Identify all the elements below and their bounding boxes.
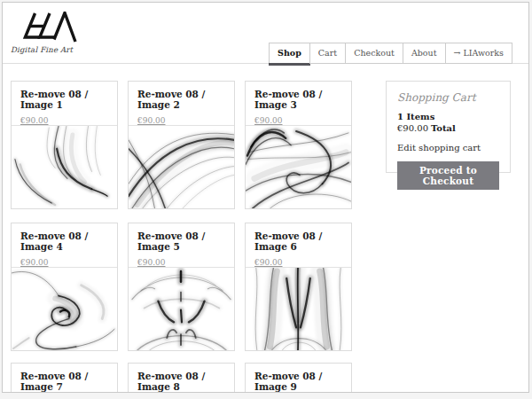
product-title[interactable]: Re-move 08 / Image 7 xyxy=(20,371,112,392)
product-artwork[interactable] xyxy=(12,267,117,350)
product-card: Re-move 08 / Image 3 €90.00 xyxy=(245,81,352,209)
product-card-text: Re-move 08 / Image 3 €90.00 xyxy=(246,82,351,125)
edit-cart-link[interactable]: Edit shopping cart xyxy=(397,143,481,153)
nav-tab-about[interactable]: About xyxy=(403,43,446,64)
product-title[interactable]: Re-move 08 / Image 6 xyxy=(254,231,346,252)
product-title[interactable]: Re-move 08 / Image 3 xyxy=(254,89,346,110)
product-price-link[interactable]: €90.00 xyxy=(254,258,283,267)
product-price-link[interactable]: €90.00 xyxy=(137,116,166,125)
product-card: Re-move 08 / Image 5 €90.00 xyxy=(128,223,235,351)
lia-logo-icon xyxy=(22,12,77,43)
artwork-image xyxy=(246,268,351,350)
product-price-link[interactable]: €90.00 xyxy=(137,258,166,267)
shop-page: Digital Fine Art ShopCartCheckoutAbout→ … xyxy=(2,2,529,393)
product-card-text: Re-move 08 / Image 4 €90.00 xyxy=(12,223,117,267)
artwork-image xyxy=(246,126,351,208)
product-card: Re-move 08 / Image 6 €90.00 xyxy=(245,223,352,351)
product-card: Re-move 08 / Image 8 €90.00 xyxy=(128,363,235,393)
product-card-text: Re-move 08 / Image 8 €90.00 xyxy=(129,364,234,393)
brand-logo[interactable]: Digital Fine Art xyxy=(11,12,77,54)
product-title[interactable]: Re-move 08 / Image 5 xyxy=(137,231,229,252)
product-card-text: Re-move 08 / Image 5 €90.00 xyxy=(129,223,234,267)
product-artwork[interactable] xyxy=(12,125,117,208)
cart-total-price: €90.00 xyxy=(397,123,428,133)
brand-tagline: Digital Fine Art xyxy=(11,45,77,54)
shopping-cart-panel: Shopping Cart 1 Items €90.00Total Edit s… xyxy=(386,81,511,173)
product-artwork[interactable] xyxy=(246,267,351,350)
product-price-link[interactable]: €90.00 xyxy=(20,258,49,267)
main-navigation: ShopCartCheckoutAbout→ LIAworks xyxy=(270,43,512,64)
proceed-to-checkout-button[interactable]: Proceed to Checkout xyxy=(397,161,499,190)
product-card: Re-move 08 / Image 1 €90.00 xyxy=(11,81,118,209)
product-title[interactable]: Re-move 08 / Image 8 xyxy=(137,371,229,392)
artwork-image xyxy=(129,126,234,208)
product-title[interactable]: Re-move 08 / Image 1 xyxy=(20,89,112,110)
product-card-text: Re-move 08 / Image 2 €90.00 xyxy=(129,82,234,125)
product-title[interactable]: Re-move 08 / Image 9 xyxy=(254,371,346,392)
nav-tab-shop[interactable]: Shop xyxy=(269,43,310,64)
cart-total: €90.00Total xyxy=(397,123,499,133)
product-card: Re-move 08 / Image 7 €90.00 xyxy=(11,363,118,393)
cart-items-count: 1 Items xyxy=(397,112,499,121)
nav-tab-cart[interactable]: Cart xyxy=(309,43,346,64)
product-title[interactable]: Re-move 08 / Image 2 xyxy=(137,89,229,110)
nav-tab-checkout[interactable]: Checkout xyxy=(345,43,403,64)
product-price-link[interactable]: €90.00 xyxy=(20,116,49,125)
cart-total-label: Total xyxy=(431,123,456,133)
product-card-text: Re-move 08 / Image 7 €90.00 xyxy=(12,364,117,393)
product-artwork[interactable] xyxy=(246,125,351,208)
product-card-text: Re-move 08 / Image 6 €90.00 xyxy=(246,223,351,267)
product-artwork[interactable] xyxy=(129,125,234,208)
artwork-image xyxy=(129,268,234,350)
product-card: Re-move 08 / Image 4 €90.00 xyxy=(11,223,118,351)
product-card: Re-move 08 / Image 2 €90.00 xyxy=(128,81,235,209)
product-card: Re-move 08 / Image 9 €90.00 xyxy=(245,363,352,393)
artwork-image xyxy=(12,126,117,208)
product-card-text: Re-move 08 / Image 1 €90.00 xyxy=(12,82,117,125)
cart-heading: Shopping Cart xyxy=(397,91,499,104)
product-price-link[interactable]: €90.00 xyxy=(254,116,283,125)
nav-tab-liaworks[interactable]: → LIAworks xyxy=(445,43,513,64)
artwork-image xyxy=(12,268,117,350)
header: Digital Fine Art ShopCartCheckoutAbout→ … xyxy=(3,3,528,64)
product-title[interactable]: Re-move 08 / Image 4 xyxy=(20,231,112,252)
product-card-text: Re-move 08 / Image 9 €90.00 xyxy=(246,364,351,393)
product-artwork[interactable] xyxy=(129,267,234,350)
